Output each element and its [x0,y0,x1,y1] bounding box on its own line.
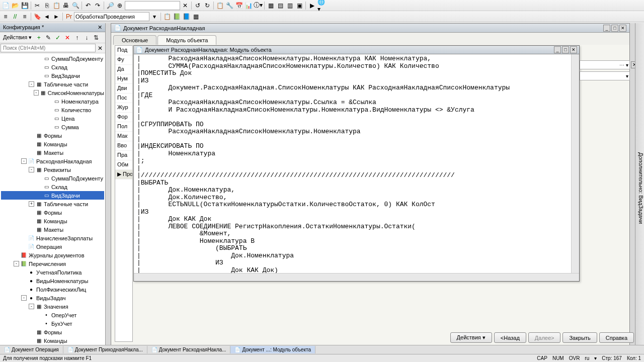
tree-item[interactable]: 📄НачислениеЗарплаты [1,234,104,242]
tree-item[interactable]: ▭ВидЗадачи [1,191,104,200]
tree-item[interactable]: -▦Реквизиты [1,165,104,174]
tree-item[interactable]: 📄Операция [1,242,104,251]
tree-item[interactable]: ▭Склад [1,183,104,191]
section-item[interactable]: Фор [115,113,132,122]
section-item[interactable]: Нум [115,74,132,84]
edit-icon[interactable]: ✎ [44,33,53,42]
minimize-icon[interactable]: _ [603,25,610,32]
section-item[interactable]: Под [115,46,132,55]
expand-icon[interactable]: - [29,304,34,309]
check-icon[interactable]: ✓ [53,33,62,42]
tool-icon-8[interactable]: ▤ [276,1,285,10]
tree-item[interactable]: ▦Команды [1,140,104,148]
tree-item[interactable]: ▭СуммаПоДокументу [1,54,104,63]
tool-icon-2[interactable]: ↻ [203,1,212,10]
tree-item[interactable]: -▦СписокНоменклатуры [1,88,104,97]
delete-icon[interactable]: ✕ [63,33,72,42]
tree-item[interactable]: •БухУчет [1,319,104,328]
section-item[interactable]: Вво [115,141,132,151]
search-clear-icon[interactable]: ✕ [96,44,105,53]
bottom-tab[interactable]: 📄Документ РасходнаяНакла... [147,346,231,353]
back-button[interactable]: <Назад [494,332,526,343]
actions-button[interactable]: Действия ▾ [450,332,492,343]
section-item[interactable]: Обм [115,160,132,170]
tool-icon-5[interactable]: 📅 [234,1,244,10]
tree-item[interactable]: ▦Формы [1,328,104,336]
tree-item[interactable]: ▦Команды [1,336,104,345]
find-icon[interactable]: 🔎 [106,1,115,10]
next-button[interactable]: Далее> [528,332,561,343]
sections-list[interactable]: ПодФуДаНумДвиПосЖурФорПолМакВвоПраОбм▶ П… [115,45,133,342]
uncomment-icon[interactable]: ≡ [20,12,29,21]
help-button[interactable]: Справка [599,332,634,343]
tree-item[interactable]: ▭СуммаПоДокументу [1,174,104,183]
maximize-icon[interactable]: □ [562,46,569,53]
config-tree[interactable]: ▭СуммаПоДокументу▭Склад▭ВидЗадачи-▦Табли… [0,53,105,348]
tree-item[interactable]: ▭Количество [1,106,104,114]
proc-icon[interactable]: Pr [64,12,73,21]
scrollbar-horizontal[interactable] [134,273,579,281]
tree-item[interactable]: ●УчетнаяПолитика [1,268,104,277]
section-item[interactable]: Пра [115,151,132,160]
section-item[interactable]: Пол [115,122,132,132]
comment-icon[interactable]: // [11,12,20,21]
main-combo[interactable] [125,1,180,10]
tool-icon-9[interactable]: ▥ [285,1,294,10]
tree-item[interactable]: ▭ВидЗадачи [1,71,104,80]
bottom-tab[interactable]: 📄Документ ...: Модуль объекта [230,346,315,353]
close-icon[interactable]: ✕ [619,25,626,32]
tool2-icon-4[interactable]: ▦ [191,12,200,21]
tree-item[interactable]: -●ВидыЗадач [1,294,104,302]
tree-item[interactable]: -📗Перечисления [1,259,104,268]
copy-icon[interactable]: ⎘ [42,1,51,10]
expand-icon[interactable]: - [34,90,39,96]
section-item[interactable]: Да [115,65,132,74]
maximize-icon[interactable]: □ [611,25,618,32]
zoom-icon[interactable]: ⊕ [115,1,124,10]
debug-icon[interactable]: 🌐▾ [317,1,326,10]
prop-combo-1[interactable]: ⋯ ▾ [580,60,630,69]
tab-module[interactable]: Модуль объекта [157,35,216,45]
undo-icon[interactable]: ↶ [84,1,93,10]
expand-icon[interactable]: - [29,167,34,172]
close-icon[interactable]: ✕ [98,24,102,31]
tool-icon-6[interactable]: 📊 [244,1,253,10]
tool-icon-3[interactable]: 📋 [215,1,224,10]
bottom-tab[interactable]: 📄Документ Операция [0,346,63,353]
section-item[interactable]: Мак [115,132,132,141]
section-item[interactable]: ▶ Про [115,170,132,179]
tool-icon-1[interactable]: ↺ [193,1,202,10]
section-item[interactable]: Фу [115,55,132,65]
module-icon-1[interactable]: ≡ [1,12,10,21]
help-icon[interactable]: ⓘ▾ [254,1,263,10]
chevron-down-icon[interactable]: ▾ [150,12,159,21]
tree-item[interactable]: ●ВидыНоменклатуры [1,277,104,285]
code-editor[interactable]: | РасходнаяНакладнаяСписокНоменклатуры.Н… [134,54,571,273]
tree-item[interactable]: 📕Журналы документов [1,251,104,259]
expand-icon[interactable]: - [21,158,27,164]
preview-icon[interactable]: 🔍 [71,1,80,10]
tree-item[interactable]: •ОперУчет [1,311,104,319]
tree-item[interactable]: ▦Формы [1,208,104,217]
open-icon[interactable]: 📂 [11,1,20,10]
expand-icon[interactable]: - [21,295,27,301]
tool2-icon-2[interactable]: 📗 [172,12,181,21]
right-sidebar[interactable]: Дополнительно: ВидЗадачи [635,23,644,348]
tool2-icon-3[interactable]: 📘 [182,12,191,21]
bottom-tab[interactable]: 📄Документ ПриходнаяНакла... [63,346,147,353]
tree-item[interactable]: ▦Макеты [1,148,104,157]
scrollbar-vertical[interactable] [571,54,579,273]
save-icon[interactable]: 💾 [20,1,29,10]
prop-combo-2[interactable]: ▾ [580,71,630,80]
up-icon[interactable]: ↑ [72,33,82,42]
tree-item[interactable]: +▦Табличные части [1,200,104,208]
tree-item[interactable]: -▦Табличные части [1,80,104,88]
section-item[interactable]: Дви [115,84,132,94]
tool-icon-4[interactable]: 🔧 [225,1,234,10]
tree-item[interactable]: ▭Цена [1,114,104,123]
section-item[interactable]: Жур [115,103,132,113]
tree-item[interactable]: -▦Значения [1,302,104,311]
search-input[interactable] [1,44,96,52]
expand-icon[interactable]: + [29,201,34,207]
cut-icon[interactable]: ✂ [33,1,42,10]
